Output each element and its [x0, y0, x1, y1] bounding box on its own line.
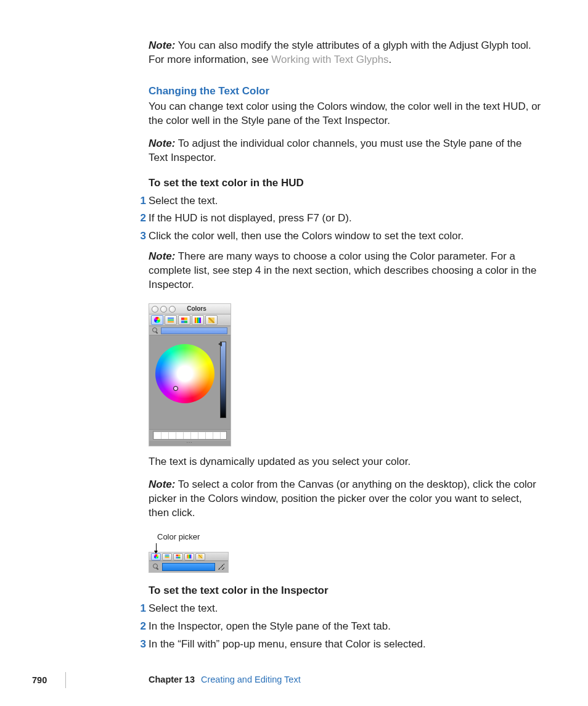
close-icon[interactable]: [152, 306, 158, 313]
chapter-label: Chapter 13: [149, 674, 195, 686]
content-area: Note: You can also modify the style attr…: [149, 39, 542, 655]
step-text: If the HUD is not displayed, press F7 (o…: [149, 212, 352, 224]
color-picker-icon[interactable]: [152, 327, 158, 334]
color-mode-toolbar: [149, 314, 231, 326]
color-palettes-tab[interactable]: [178, 315, 190, 325]
note-1: Note: To adjust the individual color cha…: [149, 137, 542, 165]
color-wheel[interactable]: [155, 344, 214, 403]
crayons-tab[interactable]: [195, 553, 205, 560]
hud-steps: 1Select the text. 2If the HUD is not dis…: [149, 194, 542, 244]
step-text: In the “Fill with” pop-up menu, ensure t…: [149, 638, 426, 650]
section-heading: Changing the Text Color: [149, 84, 542, 99]
step-text: Select the text.: [149, 195, 218, 207]
color-sliders-tab[interactable]: [162, 553, 172, 560]
color-wheel-tab[interactable]: [151, 553, 161, 560]
crayons-icon: [208, 318, 214, 323]
callout-leader-line: [149, 543, 235, 552]
insp-step-3: 3In the “Fill with” pop-up menu, ensure …: [149, 638, 542, 652]
step-text: Click the color well, then use the Color…: [149, 230, 463, 242]
note-2: Note: There are many ways to choose a co…: [149, 250, 542, 292]
hud-step-1: 1Select the text.: [149, 194, 542, 208]
note-label: Note:: [149, 478, 175, 490]
hud-subheading: To set the text color in the HUD: [149, 176, 542, 191]
palette-icon: [176, 555, 181, 559]
period: .: [389, 54, 392, 65]
picker-strip-figure: [149, 552, 229, 573]
link-working-with-text-glyphs[interactable]: Working with Text Glyphs: [271, 54, 388, 65]
brightness-slider-thumb[interactable]: [218, 342, 228, 345]
page-number: 790: [32, 675, 47, 687]
sliders-icon: [168, 318, 174, 323]
chapter-title: Creating and Editing Text: [201, 674, 301, 686]
section-para1: You can change text color using the Colo…: [149, 100, 542, 128]
inspector-steps: 1Select the text. 2In the Inspector, ope…: [149, 602, 542, 652]
color-wheel-area: [149, 335, 231, 429]
spectrum-icon: [187, 555, 192, 559]
page-footer: 790 Chapter 13 Creating and Editing Text: [0, 672, 588, 688]
callout-label: Color picker: [157, 532, 542, 543]
hud-step-3: 3Click the color well, then use the Colo…: [149, 229, 542, 244]
note-3-text: To select a color from the Canvas (or an…: [149, 478, 536, 519]
current-color-swatch[interactable]: [162, 563, 215, 571]
after-figure-para: The text is dynamically updated as you s…: [149, 455, 542, 469]
color-picker-callout-figure: Color picker: [149, 532, 542, 573]
note-3: Note: To select a color from the Canvas …: [149, 478, 542, 520]
step-number: 2: [137, 620, 146, 634]
color-sliders-tab[interactable]: [165, 315, 177, 325]
step-number: 2: [137, 211, 146, 226]
page: Note: You can also modify the style attr…: [0, 0, 588, 706]
resize-handle[interactable]: [149, 441, 231, 446]
crayons-icon: [198, 555, 203, 559]
note-1-text: To adjust the individual color channels,…: [149, 138, 521, 163]
note-label: Note:: [149, 39, 175, 51]
color-wheel-icon: [154, 554, 158, 559]
sliders-icon: [165, 555, 169, 559]
step-number: 3: [137, 638, 146, 652]
crayons-tab[interactable]: [205, 315, 218, 325]
inspector-subheading: To set the text color in the Inspector: [149, 584, 542, 598]
color-picker-icon[interactable]: [153, 564, 159, 570]
palette-icon: [181, 318, 187, 323]
current-color-swatch[interactable]: [161, 327, 227, 334]
brightness-slider[interactable]: [220, 342, 226, 418]
color-palettes-tab[interactable]: [173, 553, 183, 560]
note-label: Note:: [149, 250, 175, 262]
step-text: Select the text.: [149, 602, 218, 614]
note-label: Note:: [149, 138, 175, 149]
step-number: 1: [137, 194, 146, 208]
color-picker-row: [149, 326, 231, 335]
spectrum-icon: [195, 318, 201, 323]
insp-step-1: 1Select the text.: [149, 602, 542, 616]
intro-note: Note: You can also modify the style attr…: [149, 39, 542, 67]
resize-handle-icon[interactable]: [218, 564, 224, 570]
step-number: 1: [137, 602, 146, 616]
color-wheel-tab[interactable]: [151, 315, 163, 325]
step-number: 3: [137, 229, 146, 244]
insp-step-2: 2In the Inspector, open the Style pane o…: [149, 620, 542, 634]
footer-rule: [55, 672, 66, 688]
picker-swatch-row: [149, 561, 228, 572]
image-palettes-tab[interactable]: [192, 315, 204, 325]
window-title: Colors: [165, 305, 228, 313]
window-titlebar: Colors: [149, 304, 231, 314]
hud-step-2: 2If the HUD is not displayed, press F7 (…: [149, 211, 542, 226]
colors-window-figure: Colors: [149, 303, 231, 446]
color-wheel-icon: [154, 317, 160, 323]
note-2-text: There are many ways to choose a color us…: [149, 250, 536, 290]
picker-toolbar: [149, 552, 228, 561]
image-palettes-tab[interactable]: [184, 553, 194, 560]
step-text: In the Inspector, open the Style pane of…: [149, 620, 391, 632]
